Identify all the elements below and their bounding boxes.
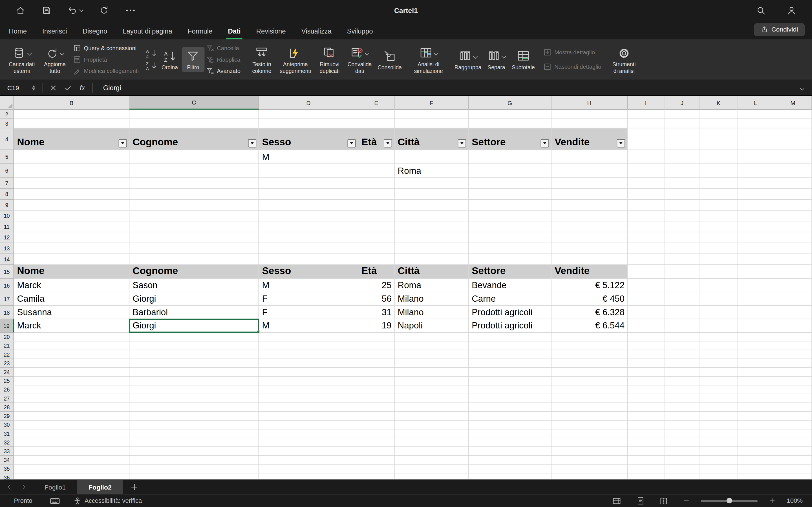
cell-D18[interactable]: F xyxy=(259,306,358,320)
cell-B18[interactable]: Susanna xyxy=(14,306,130,320)
name-box[interactable]: C19 xyxy=(0,84,32,91)
row-header-36[interactable]: 36 xyxy=(0,473,14,480)
cell-F15[interactable]: Città xyxy=(395,265,469,279)
row-header-12[interactable]: 12 xyxy=(0,232,14,243)
filter-button-eta[interactable] xyxy=(384,139,392,147)
consolida-button[interactable]: Consolida xyxy=(375,47,405,72)
tab-dati[interactable]: Dati xyxy=(226,23,242,40)
avanzato-button[interactable]: Avanzato xyxy=(206,67,241,75)
cell-H18[interactable]: € 6.328 xyxy=(552,306,627,320)
cell-D16[interactable]: M xyxy=(259,279,358,292)
row-header-31[interactable]: 31 xyxy=(0,429,14,438)
column-header-J[interactable]: J xyxy=(665,96,700,110)
row-header-13[interactable]: 13 xyxy=(0,243,14,254)
row-header-7[interactable]: 7 xyxy=(0,178,14,189)
filter-button-vendite[interactable] xyxy=(617,139,625,147)
confirm-entry-button[interactable] xyxy=(65,84,71,91)
row-header-3[interactable]: 3 xyxy=(0,119,14,128)
cell-E19[interactable]: 19 xyxy=(358,319,395,333)
column-header-K[interactable]: K xyxy=(700,96,737,110)
row-header-34[interactable]: 34 xyxy=(0,456,14,464)
cell-B19[interactable]: Marck xyxy=(14,319,130,333)
cell-G4[interactable]: Settore xyxy=(469,128,552,150)
cell-C4[interactable]: Cognome xyxy=(130,128,259,150)
row-header-32[interactable]: 32 xyxy=(0,438,14,447)
page-break-view-icon[interactable] xyxy=(660,497,668,505)
strumenti-analisi-button[interactable]: Strumenti di analisi xyxy=(608,44,640,75)
zoom-slider[interactable] xyxy=(701,500,758,502)
cell-G19[interactable]: Prodotti agricoli xyxy=(469,319,552,333)
tab-home[interactable]: Home xyxy=(7,23,29,40)
cell-F19[interactable]: Napoli xyxy=(395,319,469,333)
tab-inserisci[interactable]: Inserisci xyxy=(41,23,69,40)
row-header-21[interactable]: 21 xyxy=(0,341,14,350)
row-header-14[interactable]: 14 xyxy=(0,254,14,265)
row-header-6[interactable]: 6 xyxy=(0,164,14,178)
row-header-4[interactable]: 4 xyxy=(0,128,14,150)
tab-revisione[interactable]: Revisione xyxy=(255,23,287,40)
search-icon[interactable] xyxy=(756,5,766,15)
cell-C16[interactable]: Sason xyxy=(130,279,259,292)
cell-F16[interactable]: Roma xyxy=(395,279,469,292)
sort-ascending-button[interactable]: AZ xyxy=(146,49,158,58)
normal-view-icon[interactable] xyxy=(613,497,621,505)
cell-B15[interactable]: Nome xyxy=(14,265,130,279)
tab-formule[interactable]: Formule xyxy=(186,23,214,40)
formula-bar-expand-button[interactable] xyxy=(801,84,804,92)
cell-E17[interactable]: 56 xyxy=(358,292,395,306)
sort-descending-button[interactable]: ZA xyxy=(146,61,158,70)
cell-G15[interactable]: Settore xyxy=(469,265,552,279)
cell-F4[interactable]: Città xyxy=(395,128,469,150)
cell-G17[interactable]: Carne xyxy=(469,292,552,306)
aggiorna-tutto-button[interactable]: Aggiorna tutto xyxy=(40,44,70,75)
modifica-collegamenti-button[interactable]: Modifica collegamenti xyxy=(73,67,139,75)
sheet-tab-foglio1[interactable]: Foglio1 xyxy=(33,480,77,494)
filter-button-cognome[interactable] xyxy=(248,139,256,147)
prev-sheet-icon[interactable] xyxy=(8,485,13,490)
cell-C15[interactable]: Cognome xyxy=(130,265,259,279)
row-header-22[interactable]: 22 xyxy=(0,350,14,359)
tab-disegno[interactable]: Disegno xyxy=(81,23,109,40)
filter-button-citta[interactable] xyxy=(458,139,466,147)
column-header-M[interactable]: M xyxy=(774,96,812,110)
row-header-18[interactable]: 18 xyxy=(0,306,14,320)
cell-E16[interactable]: 25 xyxy=(358,279,395,292)
column-header-L[interactable]: L xyxy=(738,96,774,110)
cell-B4[interactable]: Nome xyxy=(14,128,130,150)
row-header-24[interactable]: 24 xyxy=(0,368,14,377)
column-header-D[interactable]: D xyxy=(259,96,358,110)
row-header-15[interactable]: 15 xyxy=(0,265,14,279)
cell-C19[interactable]: Giorgi xyxy=(130,319,259,333)
row-header-9[interactable]: 9 xyxy=(0,200,14,211)
cancella-button[interactable]: Cancella xyxy=(206,45,241,52)
row-header-29[interactable]: 29 xyxy=(0,412,14,420)
share-button[interactable]: Condividi xyxy=(754,23,805,36)
cell-H4[interactable]: Vendite xyxy=(552,128,627,150)
row-header-17[interactable]: 17 xyxy=(0,292,14,306)
sheet-tab-foglio2[interactable]: Foglio2 xyxy=(77,480,123,494)
cell-C17[interactable]: Giorgi xyxy=(130,292,259,306)
separa-button[interactable]: Separa xyxy=(484,47,509,72)
row-header-10[interactable]: 10 xyxy=(0,211,14,222)
column-header-E[interactable]: E xyxy=(358,96,395,110)
cell-G18[interactable]: Prodotti agricoli xyxy=(469,306,552,320)
undo-button[interactable] xyxy=(68,6,83,15)
cell-F6[interactable]: Roma xyxy=(395,164,469,178)
row-header-5[interactable]: 5 xyxy=(0,150,14,164)
cell-F18[interactable]: Milano xyxy=(395,306,469,320)
tab-sviluppo[interactable]: Sviluppo xyxy=(345,23,374,40)
raggruppa-button[interactable]: Raggruppa xyxy=(452,47,483,72)
page-layout-view-icon[interactable] xyxy=(637,497,645,505)
filter-button-settore[interactable] xyxy=(541,139,549,147)
formula-input[interactable]: Giorgi xyxy=(103,84,121,92)
tab-layout-di-pagina[interactable]: Layout di pagina xyxy=(121,23,174,40)
row-header-23[interactable]: 23 xyxy=(0,359,14,368)
account-icon[interactable] xyxy=(786,5,797,15)
column-header-I[interactable]: I xyxy=(627,96,664,110)
redo-button[interactable] xyxy=(100,6,109,15)
subtotale-button[interactable]: Subtotale xyxy=(509,47,537,72)
cell-G16[interactable]: Bevande xyxy=(469,279,552,292)
carica-dati-esterni-button[interactable]: Carica dati esterni xyxy=(4,44,40,75)
filtro-button[interactable]: Filtro xyxy=(182,47,204,72)
filter-button-sesso[interactable] xyxy=(347,139,356,147)
